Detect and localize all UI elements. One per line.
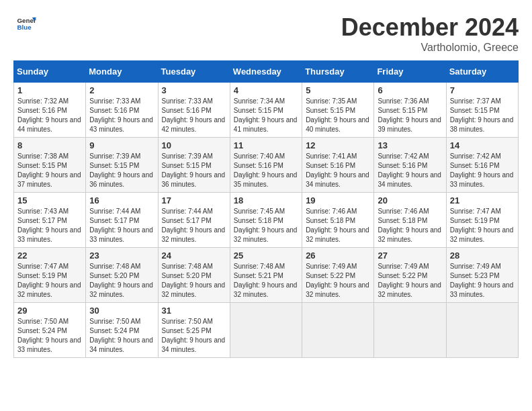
- weekday-header-cell: Friday: [374, 61, 446, 83]
- day-number: 4: [234, 85, 298, 95]
- day-number: 18: [234, 195, 298, 205]
- calendar-day-cell: 24Sunrise: 7:48 AMSunset: 5:20 PMDayligh…: [158, 248, 230, 303]
- day-info: Sunrise: 7:47 AMSunset: 5:19 PMDaylight:…: [450, 207, 515, 244]
- calendar-day-cell: 2Sunrise: 7:33 AMSunset: 5:16 PMDaylight…: [86, 83, 158, 138]
- calendar-day-cell: 22Sunrise: 7:47 AMSunset: 5:19 PMDayligh…: [14, 248, 86, 303]
- header: General Blue December 2024 Vartholomio, …: [13, 13, 519, 54]
- weekday-header-cell: Saturday: [446, 61, 518, 83]
- day-number: 1: [17, 85, 82, 95]
- day-info: Sunrise: 7:34 AMSunset: 5:15 PMDaylight:…: [234, 97, 298, 134]
- calendar-day-cell: [230, 303, 302, 358]
- calendar-day-cell: 23Sunrise: 7:48 AMSunset: 5:20 PMDayligh…: [86, 248, 158, 303]
- day-number: 9: [89, 140, 154, 150]
- day-number: 3: [162, 85, 226, 95]
- day-number: 21: [450, 195, 515, 205]
- calendar-day-cell: 14Sunrise: 7:42 AMSunset: 5:16 PMDayligh…: [446, 138, 518, 193]
- svg-text:Blue: Blue: [17, 24, 32, 31]
- calendar-day-cell: 20Sunrise: 7:46 AMSunset: 5:18 PMDayligh…: [374, 193, 446, 248]
- weekday-header-row: SundayMondayTuesdayWednesdayThursdayFrid…: [14, 61, 519, 83]
- day-number: 2: [89, 85, 154, 95]
- calendar-day-cell: 12Sunrise: 7:41 AMSunset: 5:16 PMDayligh…: [302, 138, 374, 193]
- day-info: Sunrise: 7:49 AMSunset: 5:22 PMDaylight:…: [306, 262, 370, 300]
- day-info: Sunrise: 7:48 AMSunset: 5:20 PMDaylight:…: [162, 262, 226, 300]
- day-number: 16: [89, 195, 154, 205]
- day-info: Sunrise: 7:46 AMSunset: 5:18 PMDaylight:…: [378, 207, 442, 244]
- calendar-week-row: 22Sunrise: 7:47 AMSunset: 5:19 PMDayligh…: [14, 248, 519, 303]
- day-number: 25: [234, 250, 298, 261]
- calendar-body: 1Sunrise: 7:32 AMSunset: 5:16 PMDaylight…: [14, 83, 519, 358]
- calendar-day-cell: 21Sunrise: 7:47 AMSunset: 5:19 PMDayligh…: [446, 193, 518, 248]
- weekday-header-cell: Tuesday: [158, 61, 230, 83]
- location-title: Vartholomio, Greece: [341, 42, 519, 54]
- calendar-day-cell: 19Sunrise: 7:46 AMSunset: 5:18 PMDayligh…: [302, 193, 374, 248]
- day-number: 10: [162, 140, 226, 150]
- day-number: 20: [378, 195, 442, 205]
- calendar-day-cell: 27Sunrise: 7:49 AMSunset: 5:22 PMDayligh…: [374, 248, 446, 303]
- calendar-day-cell: 29Sunrise: 7:50 AMSunset: 5:24 PMDayligh…: [14, 303, 86, 358]
- day-number: 22: [17, 250, 82, 261]
- day-number: 6: [378, 85, 442, 95]
- calendar-day-cell: 17Sunrise: 7:44 AMSunset: 5:17 PMDayligh…: [158, 193, 230, 248]
- day-info: Sunrise: 7:48 AMSunset: 5:21 PMDaylight:…: [234, 262, 298, 300]
- day-info: Sunrise: 7:33 AMSunset: 5:16 PMDaylight:…: [162, 97, 226, 134]
- calendar-table: SundayMondayTuesdayWednesdayThursdayFrid…: [13, 60, 519, 358]
- calendar-day-cell: 30Sunrise: 7:50 AMSunset: 5:24 PMDayligh…: [86, 303, 158, 358]
- calendar-week-row: 15Sunrise: 7:43 AMSunset: 5:17 PMDayligh…: [14, 193, 519, 248]
- day-number: 27: [378, 250, 442, 261]
- day-info: Sunrise: 7:47 AMSunset: 5:19 PMDaylight:…: [17, 262, 82, 300]
- day-info: Sunrise: 7:42 AMSunset: 5:16 PMDaylight:…: [378, 152, 442, 189]
- calendar-day-cell: 25Sunrise: 7:48 AMSunset: 5:21 PMDayligh…: [230, 248, 302, 303]
- weekday-header-cell: Wednesday: [230, 61, 302, 83]
- day-info: Sunrise: 7:49 AMSunset: 5:23 PMDaylight:…: [450, 262, 515, 300]
- calendar-day-cell: 4Sunrise: 7:34 AMSunset: 5:15 PMDaylight…: [230, 83, 302, 138]
- day-number: 5: [306, 85, 370, 95]
- day-number: 31: [162, 306, 226, 316]
- day-number: 24: [162, 250, 226, 261]
- calendar-day-cell: 6Sunrise: 7:36 AMSunset: 5:15 PMDaylight…: [374, 83, 446, 138]
- day-info: Sunrise: 7:48 AMSunset: 5:20 PMDaylight:…: [89, 262, 154, 300]
- title-area: December 2024 Vartholomio, Greece: [341, 13, 519, 54]
- calendar-day-cell: 31Sunrise: 7:50 AMSunset: 5:25 PMDayligh…: [158, 303, 230, 358]
- day-info: Sunrise: 7:38 AMSunset: 5:15 PMDaylight:…: [17, 152, 82, 189]
- calendar-week-row: 29Sunrise: 7:50 AMSunset: 5:24 PMDayligh…: [14, 303, 519, 358]
- day-number: 30: [89, 306, 154, 316]
- calendar-day-cell: 16Sunrise: 7:44 AMSunset: 5:17 PMDayligh…: [86, 193, 158, 248]
- day-number: 15: [17, 195, 82, 205]
- day-number: 26: [306, 250, 370, 261]
- day-number: 29: [17, 306, 82, 316]
- day-info: Sunrise: 7:32 AMSunset: 5:16 PMDaylight:…: [17, 97, 82, 134]
- day-info: Sunrise: 7:50 AMSunset: 5:25 PMDaylight:…: [162, 317, 226, 355]
- day-info: Sunrise: 7:36 AMSunset: 5:15 PMDaylight:…: [378, 97, 442, 134]
- weekday-header-cell: Thursday: [302, 61, 374, 83]
- day-info: Sunrise: 7:39 AMSunset: 5:15 PMDaylight:…: [162, 152, 226, 189]
- day-info: Sunrise: 7:41 AMSunset: 5:16 PMDaylight:…: [306, 152, 370, 189]
- calendar-day-cell: [446, 303, 518, 358]
- day-number: 7: [450, 85, 515, 95]
- day-info: Sunrise: 7:45 AMSunset: 5:18 PMDaylight:…: [234, 207, 298, 244]
- day-info: Sunrise: 7:42 AMSunset: 5:16 PMDaylight:…: [450, 152, 515, 189]
- day-info: Sunrise: 7:50 AMSunset: 5:24 PMDaylight:…: [17, 317, 82, 355]
- day-info: Sunrise: 7:43 AMSunset: 5:17 PMDaylight:…: [17, 207, 82, 244]
- day-number: 8: [17, 140, 82, 150]
- day-number: 17: [162, 195, 226, 205]
- day-info: Sunrise: 7:40 AMSunset: 5:16 PMDaylight:…: [234, 152, 298, 189]
- calendar-day-cell: 28Sunrise: 7:49 AMSunset: 5:23 PMDayligh…: [446, 248, 518, 303]
- day-info: Sunrise: 7:44 AMSunset: 5:17 PMDaylight:…: [89, 207, 154, 244]
- day-info: Sunrise: 7:35 AMSunset: 5:15 PMDaylight:…: [306, 97, 370, 134]
- day-number: 23: [89, 250, 154, 261]
- calendar-day-cell: 13Sunrise: 7:42 AMSunset: 5:16 PMDayligh…: [374, 138, 446, 193]
- calendar-day-cell: 15Sunrise: 7:43 AMSunset: 5:17 PMDayligh…: [14, 193, 86, 248]
- day-info: Sunrise: 7:46 AMSunset: 5:18 PMDaylight:…: [306, 207, 370, 244]
- calendar-day-cell: 8Sunrise: 7:38 AMSunset: 5:15 PMDaylight…: [14, 138, 86, 193]
- day-number: 12: [306, 140, 370, 150]
- calendar-day-cell: 18Sunrise: 7:45 AMSunset: 5:18 PMDayligh…: [230, 193, 302, 248]
- calendar-week-row: 1Sunrise: 7:32 AMSunset: 5:16 PMDaylight…: [14, 83, 519, 138]
- month-title: December 2024: [341, 13, 519, 42]
- calendar-week-row: 8Sunrise: 7:38 AMSunset: 5:15 PMDaylight…: [14, 138, 519, 193]
- weekday-header-cell: Sunday: [14, 61, 86, 83]
- day-info: Sunrise: 7:44 AMSunset: 5:17 PMDaylight:…: [162, 207, 226, 244]
- calendar-day-cell: 5Sunrise: 7:35 AMSunset: 5:15 PMDaylight…: [302, 83, 374, 138]
- day-info: Sunrise: 7:50 AMSunset: 5:24 PMDaylight:…: [89, 317, 154, 355]
- logo: General Blue: [13, 13, 36, 34]
- day-info: Sunrise: 7:33 AMSunset: 5:16 PMDaylight:…: [89, 97, 154, 134]
